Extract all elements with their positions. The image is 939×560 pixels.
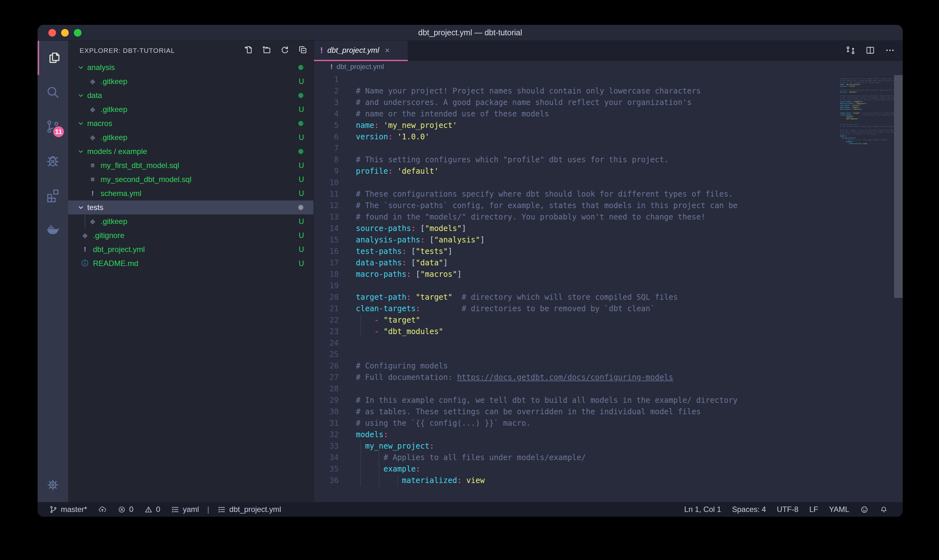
- line-number: 36: [314, 475, 347, 486]
- collapse-all-button[interactable]: [298, 45, 308, 56]
- tab-dbt-project-yml[interactable]: ! dbt_project.yml ×: [314, 41, 408, 61]
- code-line[interactable]: materialized: view: [356, 475, 840, 486]
- scrollbar-thumb[interactable]: [894, 75, 903, 298]
- status-publish[interactable]: [95, 505, 110, 514]
- scm-badge: 11: [52, 125, 65, 138]
- tab-close-icon[interactable]: ×: [385, 46, 389, 55]
- tree-item-models-example[interactable]: models / example: [68, 145, 314, 158]
- status-warnings[interactable]: 0: [141, 505, 163, 514]
- code-line[interactable]: - "target": [356, 314, 840, 326]
- status-notifications[interactable]: [876, 505, 891, 514]
- tree-item--gitkeep[interactable]: ◆.gitkeepU: [68, 214, 314, 228]
- code-line[interactable]: my_new_project:: [356, 440, 840, 452]
- code-line[interactable]: version: '1.0.0': [356, 131, 840, 143]
- error-icon: [117, 505, 126, 514]
- status-eol[interactable]: LF: [806, 505, 821, 514]
- code-line[interactable]: name: 'my_new_project': [356, 120, 840, 131]
- code-line[interactable]: # Name your project! Project names shoul…: [356, 85, 840, 97]
- code-line[interactable]: # as tables. These settings can be overr…: [356, 406, 840, 417]
- status-errors[interactable]: 0: [114, 505, 137, 514]
- code-line[interactable]: profile: 'default': [356, 165, 840, 177]
- breadcrumb[interactable]: ! dbt_project.yml: [314, 61, 903, 72]
- minimap[interactable]: # Name your project! Project names shoul…: [840, 72, 894, 502]
- code-line[interactable]: # These configurations specify where dbt…: [356, 188, 840, 200]
- activity-bar-source-control[interactable]: 11: [38, 109, 68, 144]
- tree-item--gitkeep[interactable]: ◆.gitkeepU: [68, 74, 314, 88]
- code-line[interactable]: - "dbt_modules": [356, 326, 840, 337]
- collapse-all-icon: [298, 45, 308, 55]
- status-indentation[interactable]: Spaces: 4: [729, 505, 769, 514]
- vscode-window: dbt_project.yml — dbt-tutorial 11 EXPLOR…: [38, 25, 903, 517]
- code-line[interactable]: # In this example config, we tell dbt to…: [356, 395, 840, 406]
- tree-item-tests[interactable]: tests: [68, 200, 314, 214]
- code-line[interactable]: # name or the intended use of these mode…: [356, 108, 840, 120]
- code-line[interactable]: models:: [356, 429, 840, 440]
- tree-item--gitignore[interactable]: ◆.gitignoreU: [68, 228, 314, 243]
- git-dot-badge: [298, 121, 303, 126]
- split-editor-button[interactable]: [865, 45, 875, 57]
- code-line[interactable]: # found in the "models/" directory. You …: [356, 211, 840, 223]
- status-language-mode[interactable]: YAML: [826, 505, 853, 514]
- code-line[interactable]: clean-targets: # directories to be remov…: [356, 303, 840, 314]
- code-area[interactable]: 1234567891011121314151617181920212223242…: [314, 72, 903, 502]
- chevron-down-icon: [77, 92, 85, 99]
- checklist-icon: [217, 505, 226, 514]
- line-number: 10: [314, 177, 347, 188]
- code-line[interactable]: target-path: "target" # directory which …: [356, 291, 840, 303]
- code-line[interactable]: example:: [356, 463, 840, 475]
- code-line[interactable]: # Full documentation: https://docs.getdb…: [356, 372, 840, 383]
- new-file-button[interactable]: [243, 45, 253, 56]
- code-line[interactable]: analysis-paths: ["analysis"]: [356, 234, 840, 246]
- code-line[interactable]: source-paths: ["models"]: [356, 223, 840, 234]
- code-content[interactable]: # Name your project! Project names shoul…: [347, 72, 840, 502]
- status-git-branch[interactable]: master*: [46, 505, 91, 514]
- tree-item--gitkeep[interactable]: ◆.gitkeepU: [68, 131, 314, 145]
- code-line[interactable]: [356, 74, 840, 85]
- code-line[interactable]: test-paths: ["tests"]: [356, 246, 840, 257]
- code-line[interactable]: [356, 177, 840, 188]
- status-encoding[interactable]: UTF-8: [773, 505, 802, 514]
- code-line[interactable]: [356, 143, 840, 154]
- activity-bar-explorer[interactable]: [38, 41, 68, 75]
- activity-bar-extensions[interactable]: [38, 178, 68, 212]
- code-line[interactable]: # using the `{{ config(...) }}` macro.: [356, 417, 840, 429]
- activity-bar-search[interactable]: [38, 75, 68, 109]
- activity-bar-settings[interactable]: [38, 468, 68, 502]
- status-cursor-position[interactable]: Ln 1, Col 1: [681, 505, 725, 514]
- refresh-button[interactable]: [280, 45, 289, 56]
- code-line[interactable]: # The `source-paths` config, for example…: [356, 200, 840, 211]
- more-actions-button[interactable]: [885, 45, 895, 57]
- tree-item-data[interactable]: data: [68, 88, 314, 103]
- code-line[interactable]: # Configuring models: [356, 360, 840, 372]
- code-line[interactable]: [356, 349, 840, 360]
- code-line[interactable]: [356, 383, 840, 395]
- tree-item-analysis[interactable]: analysis: [68, 60, 314, 74]
- tree-item-my-first-dbt-model-sql[interactable]: ≡my_first_dbt_model.sqlU: [68, 158, 314, 172]
- status-yaml-status[interactable]: yaml: [168, 505, 202, 514]
- tree-item-my-second-dbt-model-sql[interactable]: ≡my_second_dbt_model.sqlU: [68, 172, 314, 186]
- line-number: 33: [314, 440, 347, 452]
- tree-item-macros[interactable]: macros: [68, 117, 314, 131]
- code-line[interactable]: [356, 280, 840, 291]
- activity-bar-docker[interactable]: [38, 212, 68, 247]
- indent-guide: [360, 314, 361, 337]
- tree-item-dbt-project-yml[interactable]: !dbt_project.ymlU: [68, 243, 314, 257]
- code-line[interactable]: macro-paths: ["macros"]: [356, 269, 840, 280]
- open-changes-button[interactable]: [845, 45, 856, 57]
- code-line[interactable]: # and underscores. A good package name s…: [356, 97, 840, 108]
- new-folder-button[interactable]: [262, 45, 271, 56]
- code-line[interactable]: # This setting configures which "profile…: [356, 154, 840, 165]
- tree-item-schema-yml[interactable]: !schema.ymlU: [68, 186, 314, 200]
- code-line[interactable]: [356, 337, 840, 349]
- code-line[interactable]: # Applies to all files under models/exam…: [356, 452, 840, 463]
- tree-item-readme-md[interactable]: ⓘREADME.mdU: [68, 257, 314, 271]
- status-feedback[interactable]: [857, 505, 872, 514]
- status-file-status[interactable]: dbt_project.yml: [214, 505, 284, 514]
- activity-bar-debug[interactable]: [38, 144, 68, 178]
- vertical-scrollbar[interactable]: [894, 72, 903, 502]
- line-number: 28: [314, 383, 347, 395]
- line-number: 30: [314, 406, 347, 417]
- line-number: 11: [314, 188, 347, 200]
- code-line[interactable]: data-paths: ["data"]: [356, 257, 840, 269]
- tree-item--gitkeep[interactable]: ◆.gitkeepU: [68, 103, 314, 117]
